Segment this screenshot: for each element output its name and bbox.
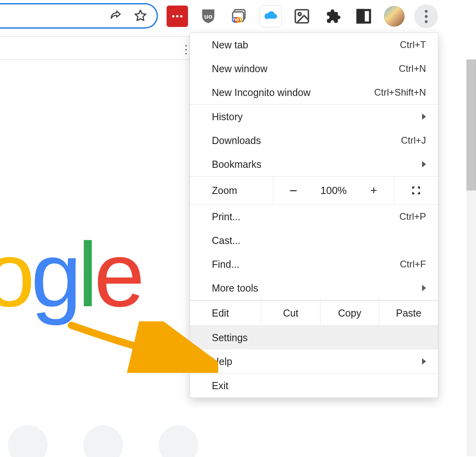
- zoom-in-button[interactable]: +: [354, 177, 394, 204]
- svg-point-1: [176, 15, 178, 17]
- menu-item-zoom: Zoom − 100% +: [190, 177, 438, 205]
- menu-item-print[interactable]: Print... Ctrl+P: [190, 205, 438, 228]
- menu-shortcut: Ctrl+T: [400, 39, 426, 50]
- logo-letter: l: [78, 224, 94, 326]
- edit-cut-button[interactable]: Cut: [261, 301, 321, 325]
- toolbar-divider: [0, 36, 190, 37]
- menu-item-settings[interactable]: Settings: [190, 326, 438, 349]
- menu-label: Print...: [212, 211, 240, 223]
- menu-item-new-window[interactable]: New window Ctrl+N: [190, 57, 438, 81]
- menu-label: Help: [212, 356, 232, 367]
- fullscreen-button[interactable]: [394, 177, 438, 204]
- browser-toolbar: uo: [167, 4, 438, 29]
- menu-label: Exit: [212, 380, 228, 392]
- extensions-puzzle-icon[interactable]: [322, 6, 344, 27]
- menu-item-more-tools[interactable]: More tools: [190, 276, 438, 300]
- svg-text:uo: uo: [204, 12, 212, 20]
- lastpass-extension-icon[interactable]: [167, 6, 188, 27]
- menu-item-find[interactable]: Find... Ctrl+F: [190, 252, 438, 276]
- zoom-label: Zoom: [190, 177, 273, 204]
- menu-label: Find...: [212, 259, 239, 270]
- edit-label: Edit: [190, 301, 261, 325]
- profile-avatar[interactable]: [384, 6, 405, 27]
- google-logo: ogle: [0, 222, 141, 327]
- menu-item-history[interactable]: History: [190, 105, 438, 129]
- shortcut-tiles: [8, 425, 198, 457]
- svg-point-0: [172, 15, 175, 17]
- menu-label: Cast...: [212, 235, 240, 246]
- menu-item-cast[interactable]: Cast...: [190, 228, 438, 252]
- menu-label: More tools: [212, 282, 258, 294]
- address-bar[interactable]: [0, 3, 158, 29]
- side-panel-icon[interactable]: [353, 6, 374, 27]
- submenu-caret-icon: [422, 161, 426, 167]
- ublock-extension-icon[interactable]: uo: [198, 6, 219, 27]
- sessions-extension-icon[interactable]: [228, 6, 250, 27]
- menu-item-edit: Edit Cut Copy Paste: [190, 300, 438, 326]
- submenu-caret-icon: [422, 358, 426, 365]
- submenu-caret-icon: [422, 285, 426, 291]
- menu-shortcut: Ctrl+J: [401, 135, 426, 146]
- menu-label: New Incognito window: [212, 87, 311, 98]
- svg-rect-9: [296, 10, 309, 23]
- menu-item-downloads[interactable]: Downloads Ctrl+J: [190, 129, 438, 152]
- menu-label: New tab: [212, 39, 248, 51]
- chrome-menu: New tab Ctrl+T New window Ctrl+N New Inc…: [190, 33, 438, 398]
- image-extension-icon[interactable]: [291, 6, 313, 27]
- menu-shortcut: Ctrl+P: [399, 211, 426, 222]
- menu-item-help[interactable]: Help: [190, 349, 438, 373]
- svg-point-10: [298, 13, 301, 15]
- menu-item-exit[interactable]: Exit: [190, 374, 438, 397]
- scrollbar-thumb[interactable]: [466, 60, 476, 190]
- edit-paste-button[interactable]: Paste: [379, 301, 438, 325]
- menu-shortcut: Ctrl+F: [400, 259, 426, 270]
- menu-label: Downloads: [212, 135, 261, 146]
- logo-letter: e: [94, 224, 141, 326]
- menu-shortcut: Ctrl+N: [399, 63, 426, 74]
- cloud-extension-icon[interactable]: [259, 5, 282, 27]
- menu-label: Settings: [212, 332, 248, 344]
- zoom-out-button[interactable]: −: [273, 177, 313, 204]
- menu-item-incognito[interactable]: New Incognito window Ctrl+Shift+N: [190, 81, 438, 104]
- menu-label: New window: [212, 63, 267, 75]
- share-icon[interactable]: [108, 9, 123, 23]
- menu-shortcut: Ctrl+Shift+N: [374, 87, 426, 98]
- svg-point-2: [180, 15, 182, 17]
- menu-label: History: [212, 111, 243, 123]
- menu-item-bookmarks[interactable]: Bookmarks: [190, 152, 438, 176]
- logo-letter: g: [31, 224, 78, 326]
- star-icon[interactable]: [133, 8, 148, 23]
- more-menu-button[interactable]: [414, 4, 438, 28]
- svg-rect-12: [357, 10, 364, 23]
- edit-copy-button[interactable]: Copy: [321, 301, 380, 325]
- zoom-value: 100%: [313, 177, 353, 204]
- menu-item-new-tab[interactable]: New tab Ctrl+T: [190, 33, 438, 57]
- logo-letter: o: [0, 224, 31, 326]
- submenu-caret-icon: [422, 113, 426, 120]
- menu-label: Bookmarks: [212, 159, 261, 170]
- bookmarks-divider: [0, 60, 190, 60]
